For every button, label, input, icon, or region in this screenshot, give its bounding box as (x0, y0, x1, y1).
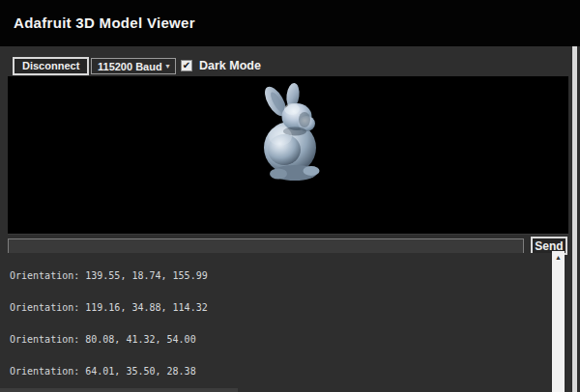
model-viewport[interactable] (8, 76, 568, 235)
checkmark-icon: ✔ (183, 61, 190, 70)
scroll-up-arrow-icon: ▲ (555, 254, 562, 261)
browser-status-sliver (0, 388, 238, 392)
log-line: Orientation: 139.55, 18.74, 155.99 (10, 270, 552, 281)
serial-send-input[interactable] (8, 238, 524, 254)
serial-log-lines: Orientation: 139.55, 18.74, 155.99 Orien… (0, 253, 552, 392)
bunny-model (251, 80, 340, 184)
log-scrollbar[interactable]: ▲ (552, 251, 565, 392)
chevron-down-icon: ▼ (164, 63, 171, 70)
baud-rate-value: 115200 Baud (98, 61, 162, 72)
adafruit-3d-model-viewer-app: Adafruit 3D Model Viewer Disconnect 1152… (0, 0, 580, 392)
baud-rate-select[interactable]: 115200 Baud ▼ (91, 58, 176, 74)
page-scrollbar[interactable] (572, 46, 577, 392)
app-header: Adafruit 3D Model Viewer (0, 0, 580, 46)
disconnect-button[interactable]: Disconnect (13, 57, 89, 75)
serial-log: Orientation: 139.55, 18.74, 155.99 Orien… (0, 253, 552, 392)
scroll-up-button[interactable]: ▲ (552, 251, 565, 263)
log-line: Orientation: 119.16, 34.88, 114.32 (10, 302, 552, 313)
page-title: Adafruit 3D Model Viewer (14, 0, 195, 46)
log-line: Orientation: 64.01, 35.50, 28.38 (10, 366, 552, 377)
dark-mode-checkbox[interactable]: ✔ (181, 60, 192, 71)
dark-mode-label: Dark Mode (199, 59, 261, 72)
log-line: Orientation: 80.08, 41.32, 54.00 (10, 334, 552, 345)
